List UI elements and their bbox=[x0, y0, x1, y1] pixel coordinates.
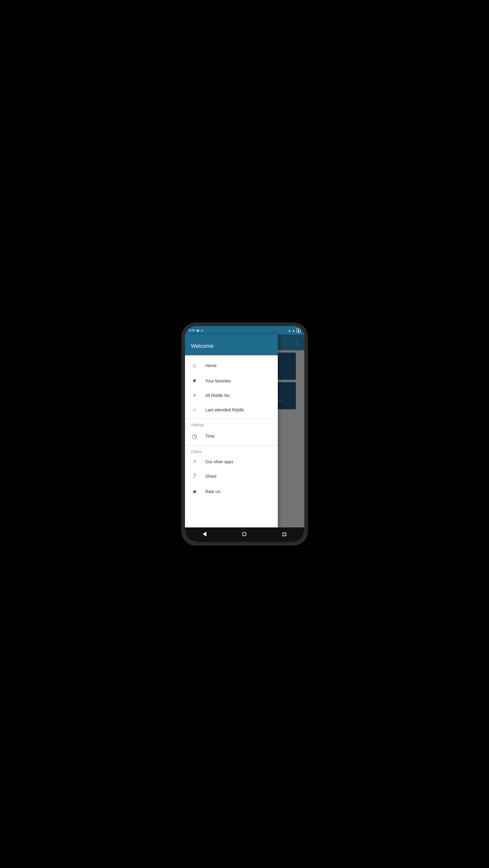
heart-icon: ♥ bbox=[191, 377, 198, 384]
back-icon bbox=[203, 532, 206, 536]
nav-label-rate-us: Rate Us bbox=[205, 489, 221, 494]
phone-device: 8:24 ▣ ◎ ▲ ▲ ▮ ⋮ ⊟ Riddle lis bbox=[182, 322, 308, 546]
home-circle-icon bbox=[242, 532, 247, 536]
wifi-icon: ▲ bbox=[288, 329, 291, 332]
screen: 8:24 ▣ ◎ ▲ ▲ ▮ ⋮ ⊟ Riddle lis bbox=[185, 326, 304, 542]
nav-label-time: Time bbox=[205, 434, 215, 438]
nav-label-favorites: Your favorites bbox=[205, 378, 231, 383]
phone-screen-frame: 8:24 ▣ ◎ ▲ ▲ ▮ ⋮ ⊟ Riddle lis bbox=[185, 326, 304, 542]
nav-label-home: Home bbox=[205, 363, 217, 368]
settings-section-label: Settings bbox=[185, 420, 278, 428]
recent-square-icon bbox=[283, 532, 286, 536]
nav-item-rate-us[interactable]: ★ Rate Us bbox=[185, 484, 278, 499]
nav-drawer: Welcome ⌂ Home ♥ Your favorites ≡ All Ri bbox=[185, 335, 278, 527]
drawer-title: Welcome bbox=[191, 343, 214, 349]
nav-item-other-apps[interactable]: ⠿ Our other apps bbox=[185, 455, 278, 468]
status-right: ▲ ▲ ▮ bbox=[288, 328, 301, 333]
list-icon: ≡ bbox=[191, 393, 198, 398]
drawer-body: ⌂ Home ♥ Your favorites ≡ All Riddle lis… bbox=[185, 355, 278, 527]
clock-icon: ◷ bbox=[191, 433, 198, 440]
divider-settings bbox=[185, 418, 278, 418]
home-button[interactable] bbox=[236, 530, 253, 540]
bulb-icon: ○ bbox=[191, 407, 198, 413]
status-time: 8:24 bbox=[189, 329, 195, 332]
nav-label-share: Share bbox=[205, 474, 217, 478]
nav-label-other-apps: Our other apps bbox=[205, 459, 233, 464]
nav-item-last-riddle[interactable]: ○ Last attended Riddle bbox=[185, 402, 278, 417]
star-icon: ★ bbox=[191, 488, 198, 495]
battery-icon: ▮ bbox=[296, 328, 301, 333]
signal-icon: ▲ bbox=[292, 329, 295, 332]
share-icon: ⤴ bbox=[191, 472, 198, 479]
nav-item-favorites[interactable]: ♥ Your favorites bbox=[185, 373, 278, 389]
others-section-label: Others bbox=[185, 447, 278, 455]
divider-others bbox=[185, 445, 278, 445]
nav-label-last-riddle: Last attended Riddle bbox=[205, 407, 244, 412]
drawer-overlay[interactable] bbox=[278, 335, 304, 527]
recent-button[interactable] bbox=[276, 530, 292, 540]
bottom-nav bbox=[185, 527, 304, 542]
nav-item-share[interactable]: ⤴ Share bbox=[185, 468, 278, 484]
back-button[interactable] bbox=[197, 529, 213, 540]
drawer-header: Welcome bbox=[185, 335, 278, 355]
nav-item-time[interactable]: ◷ Time bbox=[185, 428, 278, 444]
nav-item-riddle-list[interactable]: ≡ All Riddle list bbox=[185, 389, 278, 402]
apps-icon: ⠿ bbox=[191, 460, 198, 464]
status-bar: 8:24 ▣ ◎ ▲ ▲ ▮ bbox=[185, 326, 304, 335]
nav-label-riddle-list: All Riddle list bbox=[205, 393, 230, 398]
sync-icon: ◎ bbox=[201, 329, 203, 332]
nav-item-home[interactable]: ⌂ Home bbox=[185, 358, 278, 373]
sdcard-icon: ▣ bbox=[196, 329, 199, 332]
home-icon: ⌂ bbox=[191, 362, 198, 369]
status-left: 8:24 ▣ ◎ bbox=[189, 329, 203, 332]
